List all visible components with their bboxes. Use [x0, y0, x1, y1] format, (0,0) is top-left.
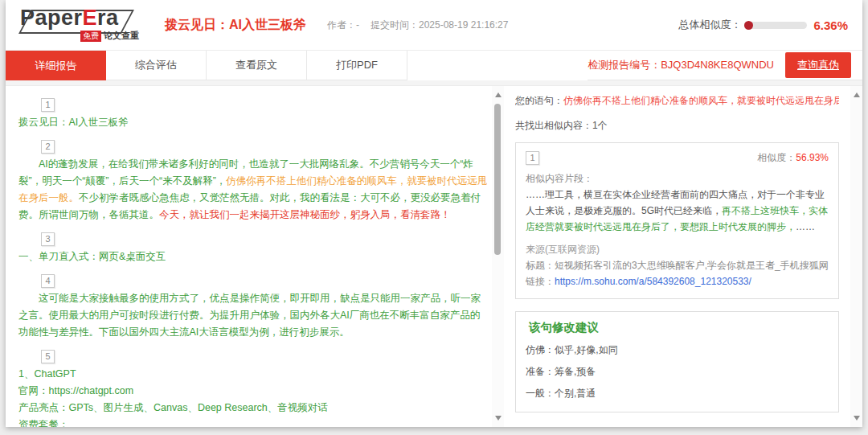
- document-paragraphs: 1拨云见日：AI入世三板斧2AI的蓬勃发展，在给我们带来诸多利好的同时，也造就了…: [6, 86, 492, 427]
- paragraph-badge: 4: [41, 274, 55, 288]
- content: 1拨云见日：AI入世三板斧2AI的蓬勃发展，在给我们带来诸多利好的同时，也造就了…: [6, 86, 862, 427]
- overall-similarity: 总体相似度： 6.36%: [678, 18, 848, 32]
- match-badge: 1: [526, 151, 539, 165]
- source-link-row: 链接：https://m.sohu.com/a/584392608_121320…: [526, 275, 829, 289]
- suggestion-item: 一般：个别,普通: [526, 387, 829, 400]
- paragraph-badge: 5: [41, 350, 55, 363]
- similar-match-card: 1 相似度：56.93% 相似内容片段： ……理工具，横亘在实体企业经营者面前的…: [515, 142, 839, 299]
- free-badge: 免费: [80, 31, 101, 42]
- tabs: 详细报告综合评估查看原文打印PDF: [6, 51, 407, 80]
- paragraph-badge: 3: [41, 232, 55, 246]
- document-scrollbar-thumb[interactable]: [494, 104, 501, 255]
- detail-panel: 您的语句：仿佛你再不搭上他们精心准备的顺风车，就要被时代远远甩在身后一般。 共找…: [504, 86, 850, 427]
- paragraph-badge: 1: [41, 98, 55, 112]
- source-title: 标题：短视频拓客引流的3大思维唤醒客户,学会你就是王者_手机搜狐网: [526, 259, 829, 273]
- tabbar-right: 检测报告编号：BJQ3D4N8KE8QWNDU 查询真伪: [588, 51, 862, 80]
- document-paragraph: 拨云见日：AI入世三板斧: [18, 114, 489, 131]
- scroll-up-icon[interactable]: [850, 89, 862, 101]
- report-number: 检测报告编号：BJQ3D4N8KE8QWNDU: [588, 58, 774, 72]
- fragment-text: ……理工具，横亘在实体企业经营者面前的四大痛点，对于一个非专业人士来说，是极难克…: [526, 187, 829, 235]
- overall-similarity-value: 6.36%: [813, 18, 848, 32]
- author-label: 作者：: [327, 19, 356, 31]
- source-link[interactable]: https://m.sohu.com/a/584392608_121320533…: [555, 276, 751, 287]
- header: PaperEra 免费 论文查重 拨云见日：AI入世三板斧 作者：-提交时间：2…: [6, 0, 862, 50]
- content-gap-divider: [6, 80, 862, 86]
- tab-3[interactable]: 查看原文: [207, 51, 307, 80]
- source-line: 来源(互联网资源): [526, 243, 829, 256]
- logo-sub-text: 论文查重: [104, 30, 139, 42]
- document-paragraph: 这可能是大家接触最多的使用方式了，优点是操作简便，即开即用，缺点是只能用一家产品…: [18, 290, 489, 341]
- fragment-label: 相似内容片段：: [526, 172, 829, 186]
- tabbar: 详细报告综合评估查看原文打印PDF 检测报告编号：BJQ3D4N8KE8QWND…: [6, 50, 862, 80]
- scroll-up-icon[interactable]: [492, 89, 504, 101]
- suggestion-card: 该句修改建议 仿佛：似乎,好像,如同准备：筹备,预备一般：个别,普通: [515, 311, 839, 412]
- submit-time-label: 提交时间：: [371, 19, 419, 31]
- paperera-logo[interactable]: PaperEra 免费 论文查重: [17, 4, 144, 46]
- tab-1[interactable]: 详细报告: [6, 51, 106, 80]
- suggestion-item: 仿佛：似乎,好像,如同: [526, 343, 829, 357]
- document-scrollbar[interactable]: [492, 86, 504, 427]
- similarity-progress-bar: [744, 22, 807, 29]
- document-title: 拨云见日：AI入世三板斧: [165, 17, 306, 34]
- your-sentence-label: 您的语句：: [515, 95, 563, 106]
- your-sentence-text: 仿佛你再不搭上他们精心准备的顺风车，就要被时代远远甩在身后一般。: [563, 95, 839, 106]
- your-sentence: 您的语句：仿佛你再不搭上他们精心准备的顺风车，就要被时代远远甩在身后一般。: [515, 94, 839, 108]
- author-value: -: [356, 19, 359, 31]
- document-paragraph: AI的蓬勃发展，在给我们带来诸多利好的同时，也造就了一大批网络乱象。不少营销号今…: [18, 156, 489, 224]
- scroll-down-icon[interactable]: [850, 412, 862, 424]
- overall-similarity-label: 总体相似度：: [678, 18, 741, 32]
- verify-authenticity-button[interactable]: 查询真伪: [785, 52, 851, 78]
- paragraph-badge: 2: [41, 140, 55, 154]
- similarity-progress-dot: [744, 21, 753, 30]
- submit-time-value: 2025-08-19 21:16:27: [419, 19, 508, 31]
- logo-subtitle: 免费 论文查重: [17, 30, 144, 42]
- found-count: 共找出相似内容：1个: [515, 119, 839, 133]
- report-page: PaperEra 免费 论文查重 拨云见日：AI入世三板斧 作者：-提交时间：2…: [6, 0, 862, 427]
- document-paragraph: 一、单刀直入式：网页&桌面交互: [18, 248, 489, 265]
- document-meta: 作者：-提交时间：2025-08-19 21:16:27: [327, 18, 508, 32]
- document-paragraph: 1、ChatGPT 官网：https://chatgpt.com 产品亮点：GP…: [18, 366, 489, 427]
- match-similarity: 相似度：56.93%: [757, 151, 829, 165]
- detail-scrollbar[interactable]: [850, 86, 862, 427]
- tab-4[interactable]: 打印PDF: [307, 51, 407, 80]
- suggestion-items: 仿佛：似乎,好像,如同准备：筹备,预备一般：个别,普通: [526, 343, 829, 400]
- tab-2[interactable]: 综合评估: [106, 51, 207, 80]
- suggestion-title: 该句修改建议: [526, 320, 829, 335]
- logo-text: PaperEra: [17, 4, 144, 31]
- scroll-down-icon[interactable]: [492, 412, 504, 424]
- suggestion-item: 准备：筹备,预备: [526, 365, 829, 379]
- match-header: 1 相似度：56.93%: [526, 151, 829, 165]
